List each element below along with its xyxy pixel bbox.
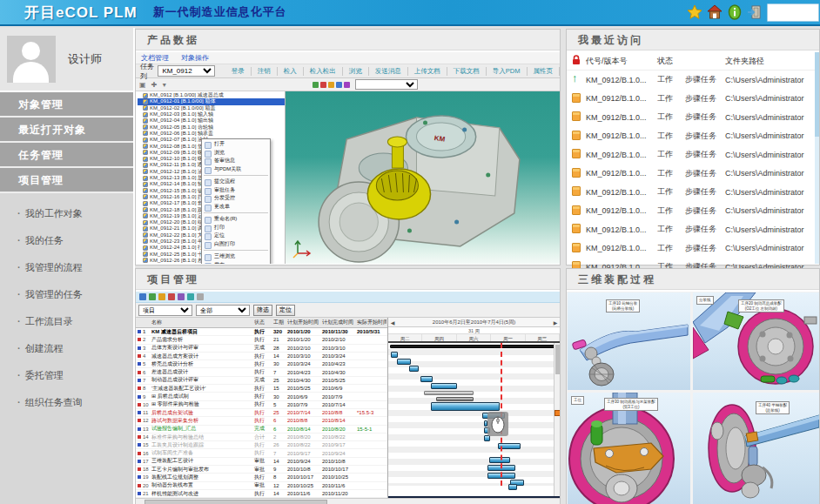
assembly-image-front-axle[interactable]: 工序10 前轴分装(前桥分装线) [568, 292, 690, 390]
sidebar-submenu-item[interactable]: 组织任务查询 [0, 389, 133, 416]
sidebar-submenu-item[interactable]: 我管理的流程 [0, 254, 133, 281]
task-combo[interactable]: KM_0912 [158, 65, 214, 77]
col-code[interactable]: 代号/版本号 [586, 56, 657, 67]
gantt-bar[interactable] [431, 402, 500, 411]
context-menu-item[interactable] [204, 211, 268, 213]
home-icon[interactable] [707, 4, 723, 20]
cad-toolbar-button[interactable]: 检入检出 [304, 67, 343, 76]
recent-row[interactable]: KM_0912/B.1.0... 工作 步骤任务 C:\Users\Admini… [567, 145, 819, 165]
task-row[interactable]: 19 装配线工位规划调整 执行 8 2010/10/17 2010/10/25 [136, 474, 387, 481]
gantt-bar[interactable] [508, 484, 517, 490]
cad-toolbar-button[interactable]: 浏览 [343, 67, 369, 76]
gantt-scroll-left[interactable]: ◀ [388, 319, 397, 326]
project-locate-button[interactable]: 定位 [276, 305, 295, 316]
tool-icon-save[interactable] [158, 293, 165, 300]
palette-icon-purple[interactable] [344, 82, 350, 88]
task-row[interactable]: 12 路试与数据采集分析 执行 6 2010/8/8 2010/8/14 [136, 417, 387, 425]
project-combo-1[interactable]: 项目 [138, 305, 192, 316]
sidebar-menu-item[interactable]: 任务管理 [0, 143, 133, 168]
recent-row[interactable]: KM_0912/B.1.0... 工作 步骤任务 C:\Users\Admini… [567, 220, 819, 239]
cad-toolbar-button[interactable]: 下载文档 [447, 67, 487, 76]
task-table-hscrollbar[interactable] [136, 498, 560, 504]
gantt-bar[interactable] [484, 435, 490, 441]
context-menu-item[interactable]: 签审信息 [202, 157, 270, 165]
task-row[interactable]: 17 三维装配工艺设计 审批 14 2010/9/24 2010/10/8 [136, 458, 387, 466]
task-row[interactable]: 8 '主减速器装配工艺设计' 执行 15 2010/5/25 2010/6/9 [136, 385, 387, 393]
sidebar-submenu-item[interactable]: 工作流目录 [0, 308, 133, 335]
palette-icon-green[interactable] [313, 82, 319, 88]
task-row[interactable]: 9 ⊞ 后桥总成试制 执行 30 2010/6/9 2010/7/9 [136, 393, 387, 400]
project-combo-2[interactable]: 全部 [196, 305, 250, 316]
task-row[interactable]: 11 后桥总成台架试验 执行 25 2010/7/14 2010/8/8 *15… [136, 409, 387, 417]
gantt-scroll-right[interactable]: ▶ [551, 319, 560, 326]
tool-icon-print[interactable] [178, 293, 185, 300]
gantt-bar[interactable] [409, 366, 420, 372]
recent-row[interactable]: KM_0912/B.1.0... 工作 步骤任务 C:\Users\Admini… [567, 108, 819, 127]
gantt-bar[interactable] [436, 397, 474, 401]
recent-row[interactable]: KM_0912/B.1.0... 工作 步骤任务 C:\Users\Admini… [567, 165, 819, 184]
palette-icon-blue[interactable] [336, 82, 342, 88]
tree-tools-icons[interactable]: ▣ ✚ ▾ [139, 81, 168, 89]
tool-icon-export[interactable] [197, 293, 204, 300]
assembly-image-axle-shaft[interactable]: 工序40 半轴装配(总装线) [693, 393, 819, 504]
task-row[interactable]: 6 差速器总成设计 执行 7 2010/4/23 2010/4/30 [136, 368, 387, 376]
task-row[interactable]: 5 桥壳总成设计分析 执行 30 2010/3/24 2010/4/23 [136, 360, 387, 368]
task-row[interactable]: 10 ⊞ 零部件采购与检验 执行 5 2010/7/9 2010/7/14 [136, 401, 387, 409]
assembly-image-brake-drum[interactable]: 分装线 工序20 制动器总成装配(O2工位 左制动鼓) [693, 292, 819, 390]
col-status[interactable]: 状态 [657, 56, 685, 67]
cad-3d-viewport[interactable]: KM [286, 91, 560, 264]
task-row[interactable]: 20 制动器分装线布置 审批 12 2010/10/25 2010/11/6 [136, 482, 387, 490]
task-row[interactable]: 15 工装夹具设计制造跟踪 执行 26 2010/8/22 2010/9/17 [136, 441, 387, 449]
recent-scrollbar[interactable] [815, 52, 819, 264]
cad-toolbar-button[interactable]: 检入 [278, 67, 304, 76]
project-filter-button[interactable]: 筛选 [253, 305, 272, 316]
context-menu-item[interactable] [204, 173, 268, 176]
favorites-star-icon[interactable] [687, 4, 702, 20]
col-path[interactable]: 文件夹路径 [725, 56, 819, 67]
sidebar-submenu-item[interactable]: 我的工作对象 [0, 200, 133, 227]
task-row[interactable]: 7 制动器总成设计评审 完成 25 2010/4/30 2010/5/25 [136, 377, 387, 385]
context-menu-item[interactable]: 定位 [202, 232, 270, 240]
assembly-image-backing-plate[interactable]: 工位 工序30 制动底板与支架装配(第3工位) [568, 393, 690, 504]
sidebar-submenu-item[interactable]: 我管理的任务 [0, 281, 133, 308]
context-menu-item[interactable]: 打印 [202, 224, 270, 232]
task-row[interactable]: 14 标准件采购与检验总结 合计 2 2010/8/20 2010/8/22 [136, 433, 387, 441]
context-menu-item[interactable]: 白图打印 [202, 240, 270, 249]
logout-door-icon[interactable] [747, 4, 763, 20]
context-menu-item[interactable]: 审批任务 [202, 186, 270, 195]
palette-icon-red[interactable] [320, 82, 326, 88]
info-icon[interactable] [727, 4, 743, 20]
sidebar-menu-item[interactable]: 项目管理 [0, 168, 133, 193]
gantt-bar[interactable] [391, 352, 398, 358]
sidebar-menu-item[interactable]: 最近打开对象 [0, 118, 133, 143]
context-menu-item[interactable]: 更改单 [202, 203, 270, 212]
recent-row[interactable]: KM_0912/B.1.0... 工作 步骤任务 C:\Users\Admini… [567, 239, 819, 259]
cad-toolbar-button[interactable]: 发送消息 [369, 67, 408, 76]
sidebar-submenu-item[interactable]: 我的任务 [0, 227, 133, 254]
task-row[interactable]: 21 样机性能测试与改进 执行 14 2010/11/6 2010/11/20 [136, 490, 387, 498]
recent-row[interactable]: KM_0912/B.1.0... 工作 步骤任务 C:\Users\Admini… [567, 183, 819, 202]
sidebar-menu-item[interactable]: 对象管理 [0, 92, 133, 118]
cad-toolbar-button[interactable]: 导入PDM [487, 67, 528, 76]
cad-tab[interactable]: 对象操作 [181, 53, 209, 63]
context-menu-item[interactable]: 分发受控 [202, 194, 270, 203]
context-menu-item[interactable] [204, 248, 268, 251]
tool-icon-refresh[interactable] [187, 293, 194, 300]
context-menu-item[interactable]: 提交流程 [202, 178, 270, 186]
context-menu-item[interactable]: 重命名(R) [202, 215, 270, 224]
cad-toolbar-button[interactable]: 注销 [252, 67, 278, 76]
task-row[interactable]: 3 总体方案设计与评审 完成 28 2010/2/10 2010/3/10 [136, 345, 387, 353]
gantt-bar[interactable] [420, 376, 433, 382]
context-menu-item[interactable]: 与PDM关联 [202, 165, 270, 174]
recent-row[interactable]: KM_0912/B.1.0... 工作 步骤任务 C:\Users\Admini… [567, 202, 819, 221]
recent-row[interactable]: KM_0912/B.1.0... 工作 步骤任务 C:\Users\Admini… [567, 127, 819, 146]
tool-icon-open[interactable] [149, 293, 156, 300]
recent-row[interactable]: KM_0912/B.1.0... 工作 步骤任务 C:\Users\Admini… [567, 71, 819, 90]
sidebar-submenu-item[interactable]: 创建流程 [0, 335, 133, 362]
gantt-plot-area[interactable] [388, 343, 560, 486]
gantt-bar[interactable] [489, 457, 510, 463]
task-row[interactable]: 18 工艺卡片编制与审批发布 审批 9 2010/10/8 2010/10/17 [136, 466, 387, 474]
cad-toolbar-button[interactable]: 属性页 [528, 67, 561, 76]
task-row[interactable]: 1 KM 减速器后桥项目 执行 320 2010/1/20 2010/11/30… [136, 328, 387, 336]
tool-icon-new[interactable] [139, 293, 146, 300]
